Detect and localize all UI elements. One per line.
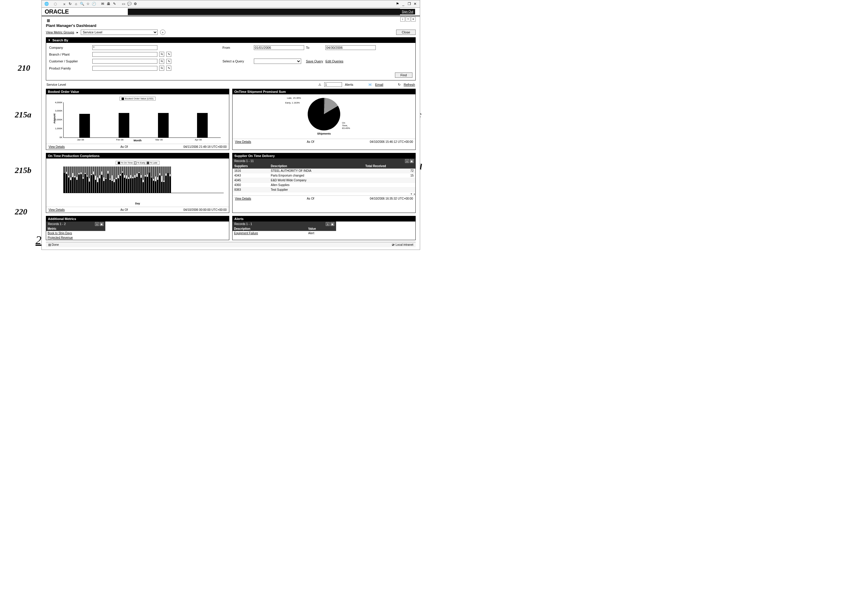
metric-book-to-ship[interactable]: Book to Ship Days — [48, 232, 72, 235]
alerts-count-input[interactable] — [324, 82, 342, 87]
tools-icon[interactable]: ⚙ — [133, 1, 138, 6]
metric-projected-revenue[interactable]: Projected Revenue — [48, 236, 73, 239]
print-icon[interactable]: 🖶 — [106, 1, 111, 6]
scroll-hint[interactable]: ▾ ▸ — [232, 192, 415, 195]
minimize-icon[interactable]: _ — [401, 1, 406, 6]
edit-queries-link[interactable]: Edit Queries — [325, 59, 344, 63]
close-window-icon[interactable]: ✕ — [413, 1, 417, 6]
help-icon[interactable]: ? — [406, 17, 410, 22]
booked-view-details[interactable]: View Details — [48, 145, 65, 148]
tab-strip — [128, 9, 400, 15]
maximize-icon[interactable]: ❐ — [407, 1, 411, 6]
export-icon[interactable]: ⤓ — [95, 222, 99, 226]
prod-ts: 04/10/2006 00:00:00 UTC+00:00 — [184, 208, 226, 211]
stop-icon[interactable]: ⨉ — [62, 1, 66, 6]
leg-late: % Late — [150, 161, 157, 164]
export-icon[interactable]: ⤓ — [405, 159, 409, 163]
table-row[interactable]: 1616STEEL AUTHORITY OF INDIA72 — [232, 169, 415, 173]
mail-icon[interactable]: ✉ — [100, 1, 105, 6]
view-metric-groups-link[interactable]: View Metric Groups — [46, 31, 74, 34]
portlet-alerts: Alerts Records 1 - 1 ⤓ ▣ — [232, 216, 416, 240]
search-icon[interactable]: 🔍 — [79, 1, 84, 6]
branch-label: Branch / Plant — [49, 53, 91, 56]
branch-lookup-icon[interactable] — [159, 52, 164, 57]
find-button[interactable]: Find — [395, 72, 413, 78]
done-icon: ▤ — [48, 243, 51, 246]
portlet-booked-order: Booked Order Value Booked Order Value (U… — [46, 89, 229, 150]
alert-icon: ⚠ — [318, 83, 321, 87]
go-button[interactable]: » — [160, 29, 165, 35]
table-row[interactable]: 4343Parts Emporium changed15 — [232, 173, 415, 178]
maximize-portlet-icon[interactable]: ▣ — [331, 222, 334, 226]
status-text: Service Level — [47, 83, 66, 87]
col-alert-value[interactable]: Value — [307, 227, 336, 231]
company-label: Company — [49, 46, 91, 49]
pie-label-late: Late, 15.35% — [287, 97, 301, 99]
customer-input[interactable] — [92, 59, 157, 64]
col-description[interactable]: Description — [269, 164, 364, 169]
home-icon[interactable]: ⌂ — [73, 1, 78, 6]
save-query-link[interactable]: Save Query — [306, 59, 323, 63]
ontime-view-details[interactable]: View Details — [235, 140, 251, 144]
prod-view-details[interactable]: View Details — [48, 208, 65, 211]
branch-edit-icon[interactable] — [166, 52, 171, 57]
ytick: 3,000K — [51, 109, 62, 112]
maximize-portlet-icon[interactable]: ▣ — [100, 222, 104, 226]
portlet-additional-title: Additional Metrics — [46, 216, 229, 221]
flag-icon[interactable]: ⚑ — [395, 1, 400, 6]
globe-icon[interactable]: 🌐 — [44, 1, 49, 6]
history-icon[interactable]: 🕘 — [91, 1, 96, 6]
search-panel-header[interactable]: ▼ Search By — [46, 38, 415, 43]
email-link[interactable]: Email — [375, 83, 384, 87]
product-input[interactable] — [92, 66, 157, 71]
table-row[interactable]: 8383Test Supplier — [232, 188, 415, 192]
collapse-icon: ▼ — [48, 39, 51, 42]
info-icon[interactable]: i — [400, 17, 405, 22]
table-row[interactable]: 4345E&D World Wide Company — [232, 178, 415, 183]
refresh-icon[interactable]: ↻ — [68, 1, 72, 6]
col-suppliers[interactable]: Suppliers — [232, 164, 269, 169]
ontime-ts: 04/10/2006 15:46:12 UTC+00:00 — [370, 140, 413, 144]
product-edit-icon[interactable] — [166, 66, 171, 71]
callout-215a: 215a — [15, 110, 31, 119]
page-close-icon[interactable]: ✕ — [411, 17, 416, 22]
dot-icon[interactable]: ◌ — [53, 1, 58, 6]
to-input[interactable] — [325, 45, 376, 50]
pie-caption: Shipments — [317, 132, 331, 135]
company-input[interactable] — [92, 45, 157, 50]
from-input[interactable] — [254, 45, 304, 50]
table-row[interactable]: 4360Allen Supplies — [232, 183, 415, 188]
additional-records: Records 1 - 2 — [48, 222, 66, 226]
portlet-ontime-shipment: OnTime Shipment Promised Sum Late, 15.35… — [232, 89, 416, 150]
supplier-view-details[interactable]: View Details — [235, 197, 251, 200]
col-alert-desc[interactable]: Description — [232, 227, 307, 231]
alerts-records: Records 1 - 1 — [234, 222, 252, 226]
refresh-link[interactable]: Refresh — [404, 83, 415, 87]
col-total[interactable]: Total Received — [364, 164, 415, 169]
close-button[interactable]: Close — [396, 29, 416, 35]
notes-icon[interactable]: ▭ — [121, 1, 126, 6]
product-lookup-icon[interactable] — [159, 66, 164, 71]
pie-label-early: Early, 1.163% — [285, 101, 300, 104]
alert-equipment-failure[interactable]: Equipment Failure — [234, 232, 258, 235]
customer-edit-icon[interactable] — [166, 59, 171, 64]
edit-icon[interactable]: ✎ — [112, 1, 117, 6]
ontime-asof: As Of — [251, 140, 370, 144]
query-select[interactable] — [254, 59, 301, 64]
portlet-ontime-title: OnTime Shipment Promised Sum — [232, 89, 415, 94]
col-metric[interactable]: Metric — [46, 227, 105, 231]
chevron-right-icon: ▸ — [76, 31, 78, 34]
discuss-icon[interactable]: 💬 — [127, 1, 132, 6]
metric-group-select[interactable]: Service Level — [81, 29, 158, 35]
email-icon: 📧 — [368, 83, 372, 87]
branch-input[interactable] — [92, 52, 157, 57]
customer-lookup-icon[interactable] — [159, 59, 164, 64]
favorites-icon[interactable]: ☆ — [85, 1, 90, 6]
export-icon[interactable]: ⤓ — [326, 222, 329, 226]
status-done: Done — [52, 243, 59, 246]
alert-value: Alert — [307, 231, 336, 235]
signout-link[interactable]: Sign Out — [400, 9, 415, 15]
maximize-portlet-icon[interactable]: ▣ — [410, 159, 414, 163]
booked-ts: 04/11/2006 21:49:18 UTC+00:00 — [184, 145, 226, 148]
ytick: 2,000K — [51, 118, 62, 121]
